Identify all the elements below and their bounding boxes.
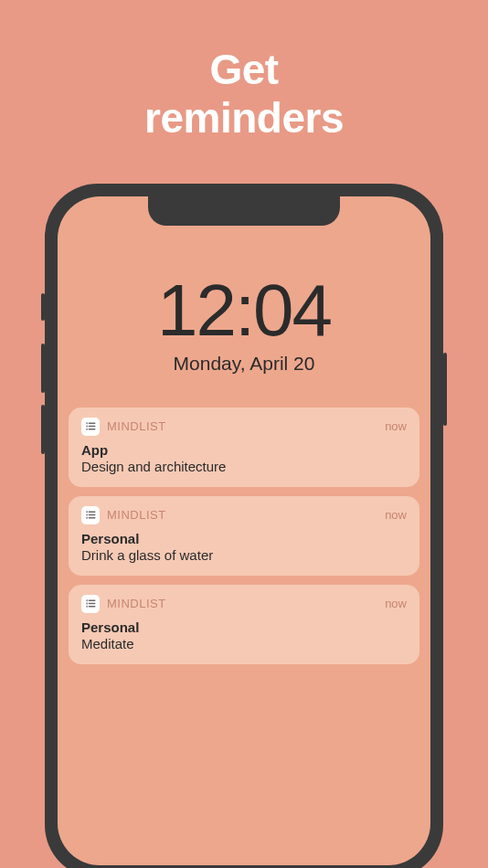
list-icon: [81, 506, 100, 524]
lockscreen-time: 12:04: [157, 274, 331, 347]
list-icon: [81, 418, 100, 436]
notification-body: Drink a glass of water: [81, 547, 407, 563]
notification-app-name: MINDLIST: [107, 597, 377, 610]
phone-power-button: [443, 353, 447, 426]
phone-notch: [148, 196, 340, 226]
svg-point-15: [86, 600, 87, 601]
headline-line-2: reminders: [144, 94, 344, 143]
notification-app-name: MINDLIST: [107, 419, 377, 433]
notification-card[interactable]: MINDLIST now App Design and architecture: [69, 408, 419, 487]
notification-timestamp: now: [385, 597, 407, 610]
notification-header: MINDLIST now: [81, 595, 407, 613]
svg-point-5: [86, 429, 87, 430]
svg-point-9: [86, 512, 87, 513]
svg-point-17: [86, 607, 87, 608]
notification-timestamp: now: [385, 419, 407, 433]
notification-app-name: MINDLIST: [107, 508, 377, 522]
notification-card[interactable]: MINDLIST now Personal Meditate: [69, 585, 419, 664]
notification-timestamp: now: [385, 508, 407, 522]
phone-mockup: 12:04 Monday, April 20: [45, 184, 443, 868]
notifications-list: MINDLIST now App Design and architecture: [58, 408, 430, 664]
lockscreen: 12:04 Monday, April 20: [58, 196, 430, 664]
notification-title: Personal: [81, 531, 407, 546]
svg-point-16: [86, 604, 87, 605]
notification-body: Design and architecture: [81, 459, 407, 474]
list-icon: [81, 595, 100, 613]
notification-title: App: [81, 442, 407, 458]
phone-frame: 12:04 Monday, April 20: [45, 184, 443, 868]
svg-point-3: [86, 423, 87, 424]
svg-point-4: [86, 427, 87, 428]
phone-screen: 12:04 Monday, April 20: [58, 196, 430, 865]
promo-headline: Get reminders: [144, 46, 344, 143]
notification-header: MINDLIST now: [81, 506, 407, 524]
notification-card[interactable]: MINDLIST now Personal Drink a glass of w…: [69, 496, 419, 576]
headline-line-1: Get: [144, 46, 344, 94]
notification-header: MINDLIST now: [81, 418, 407, 436]
svg-point-10: [86, 515, 87, 516]
notification-body: Meditate: [81, 636, 407, 651]
svg-point-11: [86, 518, 87, 519]
notification-title: Personal: [81, 619, 407, 635]
lockscreen-date: Monday, April 20: [174, 353, 315, 375]
